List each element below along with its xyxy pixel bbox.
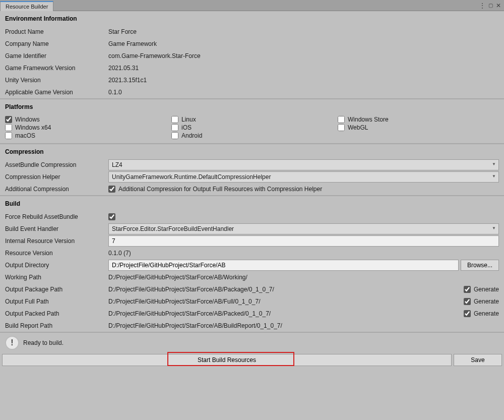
label-product-name: Product Name (5, 28, 108, 35)
value-company-name: Game Framework (108, 40, 499, 47)
platform-item: Windows x64 (5, 124, 171, 131)
checkbox-platform[interactable] (338, 116, 345, 123)
label-generate-package: Generate (474, 286, 499, 293)
info-icon: ! (5, 336, 19, 350)
checkbox-platform[interactable] (338, 124, 345, 131)
label-app-game-version: Applicable Game Version (5, 89, 108, 96)
label-output-directory: Output Directory (5, 262, 108, 269)
platform-item: Windows Store (338, 116, 499, 123)
tab-resource-builder[interactable]: Resource Builder (0, 1, 53, 11)
value-game-identifier: com.Game-Framework.Star-Force (108, 52, 499, 59)
status-text: Ready to build. (23, 339, 64, 346)
save-button[interactable]: Save (454, 354, 502, 366)
value-resource-version: 0.1.0 (7) (108, 250, 499, 257)
value-product-name: Star Force (108, 28, 499, 35)
maximize-icon[interactable]: ▢ (488, 3, 493, 8)
platform-item: Linux (171, 116, 338, 123)
platform-item: WebGL (338, 124, 499, 131)
value-output-full-path: D:/ProjectFile/GitHubProject/StarForce/A… (108, 298, 260, 305)
label-company-name: Company Name (5, 40, 108, 47)
section-compression-title: Compression (0, 144, 504, 159)
label-build-report-path: Build Report Path (5, 322, 108, 329)
checkbox-platform[interactable] (171, 116, 178, 123)
value-working-path: D:/ProjectFile/GitHubProject/StarForce/A… (108, 274, 499, 281)
label-resource-version: Resource Version (5, 250, 108, 257)
platform-label: Android (181, 132, 202, 139)
section-env-title: Environment Information (0, 11, 504, 26)
label-additional-compression: Additional Compression (5, 186, 108, 193)
start-build-button[interactable]: Start Build Resources (2, 354, 452, 366)
platform-label: WebGL (348, 124, 368, 131)
label-output-packed-path: Output Packed Path (5, 310, 108, 317)
platform-label: Linux (181, 116, 196, 123)
value-output-package-path: D:/ProjectFile/GitHubProject/StarForce/A… (108, 286, 274, 293)
checkbox-platform[interactable] (5, 116, 12, 123)
input-internal-version[interactable] (108, 235, 499, 247)
platform-label: macOS (15, 132, 35, 139)
platform-label: iOS (181, 124, 192, 131)
checkbox-generate-package[interactable] (464, 286, 471, 293)
label-force-rebuild: Force Rebuild AssetBundle (5, 213, 108, 220)
platform-label: Windows (15, 116, 40, 123)
input-output-directory[interactable] (108, 260, 459, 271)
label-game-identifier: Game Identifier (5, 52, 108, 59)
dropdown-compression-helper[interactable]: UnityGameFramework.Runtime.DefaultCompre… (108, 171, 499, 183)
value-gf-version: 2021.05.31 (108, 65, 499, 72)
dropdown-ab-compression[interactable]: LZ4 (108, 159, 499, 170)
platform-item: Android (171, 132, 338, 139)
label-generate-full: Generate (474, 298, 499, 305)
browse-button[interactable]: Browse... (461, 260, 499, 271)
platform-item: macOS (5, 132, 171, 139)
content-panel: Environment Information Product NameStar… (0, 11, 504, 368)
tab-bar: Resource Builder ⋮ ▢ ✕ (0, 0, 504, 11)
label-generate-packed: Generate (474, 310, 499, 317)
platform-label: Windows Store (348, 116, 389, 123)
status-bar: ! Ready to build. (0, 333, 504, 353)
label-internal-version: Internal Resource Version (5, 237, 108, 245)
value-output-packed-path: D:/ProjectFile/GitHubProject/StarForce/A… (108, 310, 271, 317)
checkbox-force-rebuild[interactable] (108, 213, 115, 220)
value-app-game-version: 0.1.0 (108, 89, 499, 96)
checkbox-platform[interactable] (171, 124, 178, 131)
platform-label: Windows x64 (15, 124, 51, 131)
label-output-package-path: Output Package Path (5, 286, 108, 293)
label-unity-version: Unity Version (5, 77, 108, 84)
checkbox-platform[interactable] (5, 124, 12, 131)
checkbox-platform[interactable] (171, 132, 178, 139)
value-unity-version: 2021.3.15f1c1 (108, 77, 499, 84)
section-platforms-title: Platforms (0, 99, 504, 114)
close-icon[interactable]: ✕ (496, 2, 501, 9)
section-build-title: Build (0, 196, 504, 211)
label-compression-helper: Compression Helper (5, 173, 108, 181)
checkbox-additional-compression[interactable] (108, 186, 115, 193)
checkbox-platform[interactable] (5, 132, 12, 139)
menu-icon[interactable]: ⋮ (479, 2, 485, 9)
label-working-path: Working Path (5, 274, 108, 281)
label-event-handler: Build Event Handler (5, 225, 108, 232)
text-additional-compression: Additional Compression for Output Full R… (118, 186, 322, 193)
platform-item: iOS (171, 124, 338, 131)
platforms-grid: WindowsLinuxWindows StoreWindows x64iOSW… (0, 114, 504, 143)
label-output-full-path: Output Full Path (5, 298, 108, 305)
platform-item: Windows (5, 116, 171, 123)
value-build-report-path: D:/ProjectFile/GitHubProject/StarForce/A… (108, 322, 282, 329)
checkbox-generate-packed[interactable] (464, 310, 471, 317)
checkbox-generate-full[interactable] (464, 298, 471, 305)
label-gf-version: Game Framework Version (5, 65, 108, 72)
dropdown-event-handler[interactable]: StarForce.Editor.StarForceBuildEventHand… (108, 223, 499, 234)
label-ab-compression: AssetBundle Compression (5, 161, 108, 168)
